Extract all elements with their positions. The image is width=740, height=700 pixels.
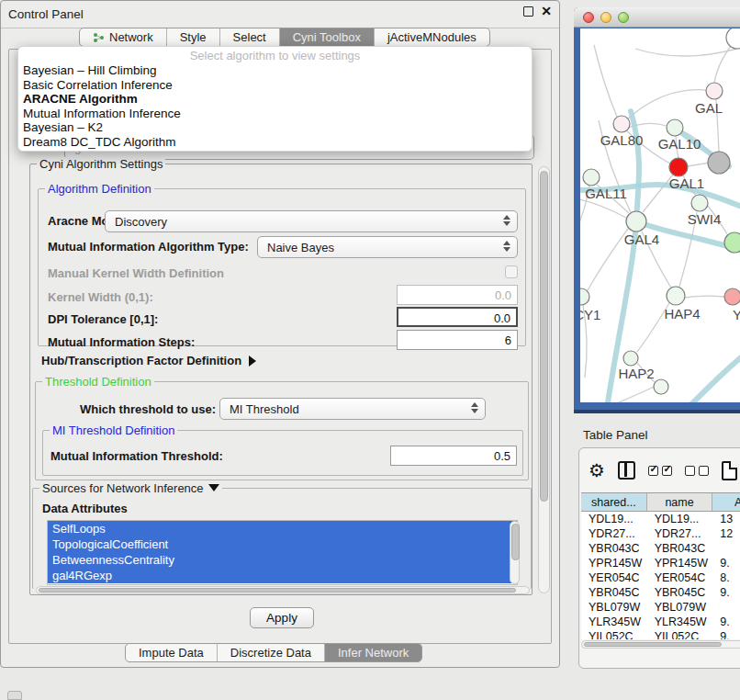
column-header[interactable]: A [712,493,740,511]
attributes-vscrollbar-thumb[interactable] [511,524,520,560]
tab-select[interactable]: Select [220,28,280,46]
float-panel-icon[interactable] [523,6,533,17]
collapsed-panel-chip[interactable] [7,691,22,700]
tab-impute-data[interactable]: Impute Data [126,644,218,661]
which-threshold-combobox[interactable]: MI Threshold [219,398,486,420]
network-node-label: GAL10 [658,136,701,152]
deselect-all-columns-button[interactable] [685,466,709,476]
tab-label: Select [233,30,266,44]
dpi-tolerance-field[interactable]: 0.0 [397,307,518,327]
network-node[interactable] [691,195,708,211]
network-canvas[interactable]: GALGAL80GAL10GAL1GAL11SWI4GAL4GCY1HAP4YH… [580,28,740,402]
kernel-width-field[interactable]: 0.0 [397,285,518,305]
network-edge [580,198,626,218]
algorithm-option[interactable]: Bayesian – Hill Climbing [18,63,532,78]
tab-cyni-toolbox[interactable]: Cyni Toolbox [280,28,375,46]
network-node[interactable] [667,287,685,305]
close-panel-icon[interactable]: ✕ [541,6,552,17]
algorithm-option[interactable]: Mutual Information Inference [18,107,532,121]
network-node[interactable] [623,351,638,366]
gear-icon[interactable]: ⚙ [589,461,605,480]
table-row[interactable]: YBR045CYBR045C9. [581,585,740,600]
network-node[interactable] [583,169,600,186]
column-header[interactable]: name [647,493,713,511]
table-row[interactable]: YIL052CYIL052C9. [581,629,740,639]
manual-kernel-checkbox[interactable] [505,265,518,278]
threshold-definition-group: Threshold Definition Which threshold to … [35,381,529,480]
attributes-vscrollbar[interactable] [510,521,520,584]
table-row[interactable]: YDL19...YDL19...13 [581,512,740,526]
algorithm-option[interactable]: ARACNE Algorithm [18,92,532,107]
network-node[interactable] [724,288,740,305]
checked-box-icon [662,466,672,476]
sources-hscrollbar-thumb[interactable] [39,588,516,593]
columns-icon[interactable] [618,461,635,480]
table-cell: YPR145W [581,556,647,570]
table-row[interactable]: YPR145WYPR145W9. [581,556,740,570]
data-attribute-item[interactable]: BetweennessCentrality [48,552,517,568]
network-node[interactable] [724,232,740,253]
network-node[interactable] [613,116,630,132]
data-attribute-item[interactable]: TopologicalCoefficient [48,536,517,552]
table-cell: YPR145W [647,556,713,570]
network-node[interactable] [726,28,740,49]
mi-type-value: Naive Bayes [267,241,334,254]
table-row[interactable]: YER054CYER054C8. [581,570,740,585]
table-row[interactable]: YBL079WYBL079W [581,600,740,615]
network-node[interactable] [706,83,723,99]
network-window-titlebar[interactable] [574,7,740,28]
minimize-window-icon[interactable] [600,12,611,23]
mi-type-combobox[interactable]: Naive Bayes [257,236,518,258]
table-hscrollbar-thumb[interactable] [584,642,722,647]
network-node[interactable] [580,288,589,305]
table-row[interactable]: YDR27...YDR27...12 [581,526,740,541]
zoom-window-icon[interactable] [618,12,629,23]
column-header[interactable]: shared... [581,493,647,511]
cyni-mode-tabs: Impute DataDiscretize DataInfer Network [125,643,422,662]
network-node[interactable] [667,119,683,136]
algorithm-option[interactable]: Dream8 DC_TDC Algorithm [18,135,532,150]
aracne-mode-combobox[interactable]: Discovery [105,210,518,232]
export-table-icon[interactable] [722,461,737,480]
sources-group: Sources for Network Inference Data Attri… [32,488,532,589]
data-attributes-list[interactable]: SelfLoopsTopologicalCoefficientBetweenne… [47,520,518,585]
tab-network[interactable]: Network [80,28,167,46]
tab-label: Discretize Data [230,646,311,660]
apply-button[interactable]: Apply [250,607,314,628]
mi-steps-field[interactable]: 6 [397,330,518,350]
select-all-columns-button[interactable] [648,466,672,476]
close-window-icon[interactable] [583,12,594,23]
expand-arrow-icon[interactable] [249,356,256,367]
table-hscrollbar[interactable] [581,640,740,649]
algorithm-option[interactable]: Bayesian – K2 [18,120,532,135]
network-node[interactable] [626,211,646,231]
network-node[interactable] [708,152,730,174]
mi-steps-label: Mutual Information Steps: [48,335,195,349]
hub-definition-toggle[interactable]: Hub/Transcription Factor Definition [41,354,256,367]
network-node[interactable] [654,379,668,394]
collapse-arrow-icon[interactable] [208,484,219,491]
data-attribute-item[interactable]: SelfLoops [48,521,517,536]
mi-threshold-field[interactable]: 0.5 [390,446,517,466]
table-cell: YLR345W [581,615,647,629]
algorithm-option[interactable]: Basic Correlation Inference [18,78,532,93]
network-node[interactable] [669,158,688,176]
tab-infer-network[interactable]: Infer Network [325,644,421,661]
sources-title-row[interactable]: Sources for Network Inference [39,481,222,495]
table-cell: YBR045C [581,585,647,600]
table-cell: YBL079W [581,600,647,615]
network-edge [588,229,628,290]
sources-hscrollbar[interactable] [36,586,530,594]
tab-discretize-data[interactable]: Discretize Data [218,644,325,661]
tab-jactivemnodules[interactable]: jActiveMNodules [375,28,489,46]
tab-style[interactable]: Style [167,28,220,46]
data-attribute-item[interactable]: gal4RGexp [48,568,517,583]
settings-vscrollbar-thumb[interactable] [540,171,548,502]
network-view-window[interactable]: GALGAL80GAL10GAL1GAL11SWI4GAL4GCY1HAP4YH… [574,7,740,413]
tab-label: jActiveMNodules [387,30,477,44]
table-row[interactable]: YBR043CYBR043C [581,541,740,556]
network-node-label: GAL11 [585,186,627,201]
table-cell: YER054C [647,570,713,585]
table-row[interactable]: YLR345WYLR345W9. [581,615,740,629]
settings-vscrollbar[interactable] [538,166,550,593]
